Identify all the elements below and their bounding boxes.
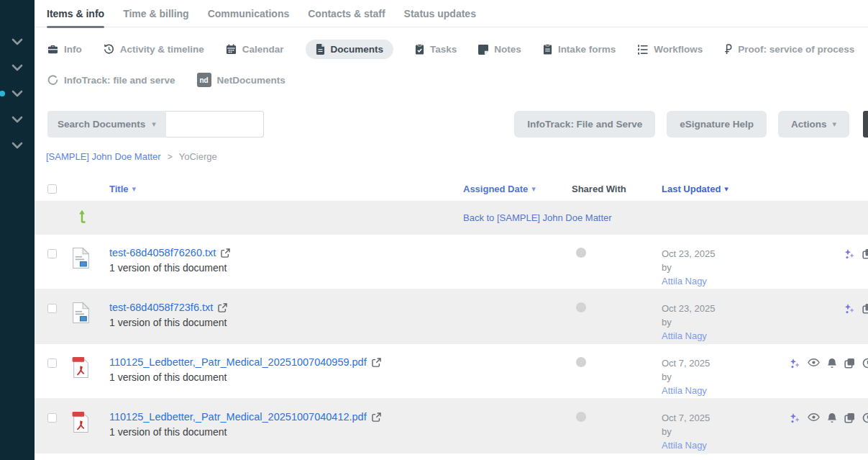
sparkle-icon[interactable] <box>844 303 855 315</box>
clock-icon[interactable] <box>862 412 868 424</box>
tab-items-info[interactable]: Items & info <box>47 0 104 27</box>
tab-contacts-staff[interactable]: Contacts & staff <box>308 0 385 27</box>
document-link[interactable]: 110125_Ledbetter,_Patr_Medical_202510070… <box>109 411 367 423</box>
table-row: 110125_Ledbetter,_Patr_Medical_202510070… <box>35 399 868 454</box>
back-navigation-row: Back to [SAMPLE] John Doe Matter <box>35 201 868 235</box>
sidebar-item-2[interactable] <box>0 55 35 81</box>
eye-icon[interactable] <box>808 358 820 369</box>
breadcrumb-current-folder: YoCierge <box>179 151 217 162</box>
column-header-last-updated[interactable]: Last Updated▾ <box>662 184 787 194</box>
chevron-down-icon <box>12 113 23 126</box>
chevron-down-icon <box>12 139 23 152</box>
sidebar-item-4[interactable] <box>0 107 35 132</box>
breadcrumb-matter-link[interactable]: [SAMPLE] John Doe Matter <box>46 151 161 162</box>
txt-file-icon <box>72 247 90 269</box>
table-row: test-68d4058f76260.txt 1 version of this… <box>35 235 868 289</box>
column-header-title[interactable]: Title▾ <box>109 184 463 194</box>
bell-icon[interactable] <box>827 358 837 369</box>
author-link[interactable]: Attila Nagy <box>662 330 707 341</box>
matter-tab-bar: Items & info Time & billing Communicatio… <box>35 0 868 27</box>
main-content: Items & info Time & billing Communicatio… <box>35 0 868 460</box>
tab-time-billing[interactable]: Time & billing <box>123 0 189 27</box>
external-link-icon[interactable] <box>221 248 230 258</box>
sidebar-item-5[interactable] <box>0 132 35 158</box>
subtab-netdocuments[interactable]: nd NetDocuments <box>197 68 285 91</box>
subtab-label: Intake forms <box>558 44 616 55</box>
caret-down-icon: ▾ <box>152 119 156 129</box>
subtab-documents[interactable]: Documents <box>306 40 394 59</box>
search-documents-dropdown[interactable]: Search Documents ▾ <box>47 111 166 137</box>
sparkle-icon[interactable] <box>789 358 800 369</box>
pdf-file-icon <box>72 356 90 379</box>
search-dropdown-label: Search Documents <box>58 119 145 130</box>
tasks-icon <box>415 44 424 55</box>
row-checkbox[interactable] <box>47 413 57 423</box>
eye-icon[interactable] <box>808 412 820 424</box>
external-link-icon[interactable] <box>372 358 381 367</box>
cut-off-button[interactable] <box>863 111 868 137</box>
document-link[interactable]: test-68d4058f723f6.txt <box>109 302 213 313</box>
subtab-label: Tasks <box>430 44 457 55</box>
caret-down-icon: ▾ <box>724 184 728 194</box>
app-window: Items & info Time & billing Communicatio… <box>0 0 868 460</box>
author-link[interactable]: Attila Nagy <box>662 440 707 451</box>
external-link-icon[interactable] <box>372 412 381 422</box>
tab-status-updates[interactable]: Status updates <box>404 0 476 27</box>
back-to-matter-link[interactable]: Back to [SAMPLE] John Doe Matter <box>463 212 572 223</box>
subtab-label: Info <box>64 44 82 55</box>
subtab-infotrack-file-serve[interactable]: InfoTrack: file and serve <box>47 71 175 90</box>
subtab-label: Notes <box>494 44 521 55</box>
bell-icon[interactable] <box>827 412 837 424</box>
subtab-calendar[interactable]: Calendar <box>226 40 284 59</box>
chevron-down-icon <box>12 35 23 48</box>
copy-icon[interactable] <box>862 303 868 315</box>
table-row: 110125_Ledbetter,_Patr_Medical_202510070… <box>35 344 868 399</box>
document-link[interactable]: test-68d4058f76260.txt <box>109 247 216 258</box>
tab-communications[interactable]: Communications <box>208 0 290 27</box>
author-link[interactable]: Attila Nagy <box>662 385 707 396</box>
chevron-right-icon: > <box>168 152 173 162</box>
collapsed-sidebar <box>0 0 35 460</box>
subtab-intake-forms[interactable]: Intake forms <box>543 40 616 59</box>
subtab-proof-service[interactable]: Proof: service of process <box>724 40 854 59</box>
copy-icon[interactable] <box>844 412 855 424</box>
shared-indicator-dot <box>576 302 586 312</box>
subtab-tasks[interactable]: Tasks <box>415 40 457 59</box>
proof-icon <box>724 44 732 55</box>
subtab-notes[interactable]: Notes <box>478 40 521 59</box>
external-link-icon[interactable] <box>218 303 227 312</box>
author-link[interactable]: Attila Nagy <box>662 276 707 287</box>
up-level-arrow-icon[interactable] <box>78 209 90 223</box>
infotrack-file-serve-button[interactable]: InfoTrack: File and Serve <box>514 111 655 137</box>
copy-icon[interactable] <box>844 358 855 369</box>
esignature-help-button[interactable]: eSignature Help <box>667 111 767 137</box>
shared-indicator-dot <box>576 412 586 422</box>
column-header-assigned-date[interactable]: Assigned Date▾ <box>463 184 572 194</box>
actions-button[interactable]: Actions ▾ <box>778 111 849 137</box>
by-label: by <box>662 261 787 274</box>
row-checkbox[interactable] <box>47 358 57 368</box>
row-checkbox[interactable] <box>47 249 57 258</box>
netdocuments-logo-icon: nd <box>197 73 211 87</box>
sparkle-icon[interactable] <box>844 248 855 260</box>
row-checkbox[interactable] <box>47 304 57 313</box>
search-input[interactable] <box>166 111 264 137</box>
sidebar-item-1[interactable] <box>0 29 35 55</box>
subtab-workflows[interactable]: Workflows <box>637 40 703 59</box>
subtab-info[interactable]: Info <box>47 40 82 59</box>
notes-icon <box>478 45 488 55</box>
sparkle-icon[interactable] <box>789 412 800 424</box>
subtab-activity-timeline[interactable]: Activity & timeline <box>104 40 204 59</box>
document-link[interactable]: 110125_Ledbetter,_Patr_Medical_202510070… <box>109 356 367 368</box>
history-icon <box>104 44 114 55</box>
caret-down-icon: ▾ <box>132 184 137 194</box>
select-all-checkbox[interactable] <box>47 184 57 194</box>
sidebar-item-3-active[interactable] <box>0 81 35 107</box>
documents-table: Title▾ Assigned Date▾ Shared With Last U… <box>35 177 868 454</box>
subtab-label: InfoTrack: file and serve <box>64 75 175 86</box>
chevron-down-icon <box>12 61 23 74</box>
briefcase-icon <box>47 44 58 55</box>
clock-icon[interactable] <box>862 358 868 369</box>
subtab-label: Documents <box>331 44 384 55</box>
copy-icon[interactable] <box>862 248 868 260</box>
